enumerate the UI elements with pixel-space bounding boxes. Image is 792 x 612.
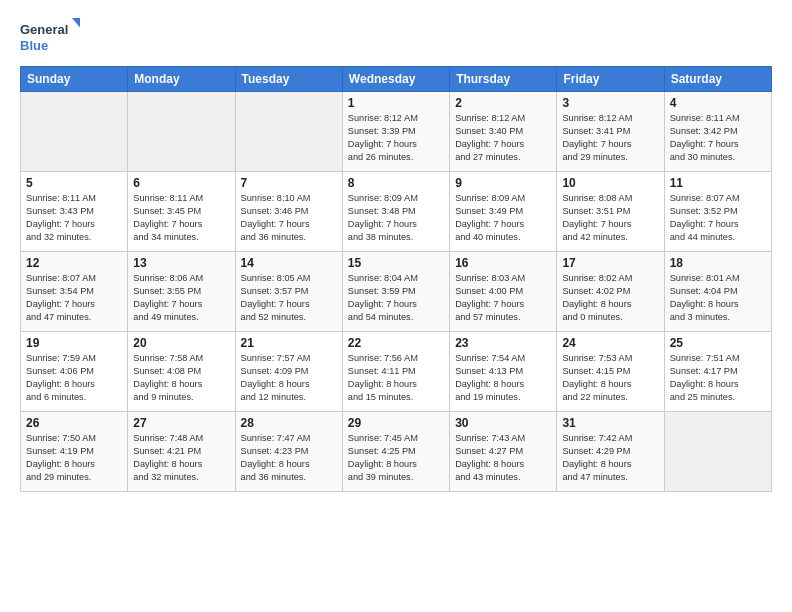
header-row: SundayMondayTuesdayWednesdayThursdayFrid… xyxy=(21,67,772,92)
day-number: 16 xyxy=(455,256,551,270)
day-cell: 18Sunrise: 8:01 AM Sunset: 4:04 PM Dayli… xyxy=(664,252,771,332)
day-number: 7 xyxy=(241,176,337,190)
day-number: 6 xyxy=(133,176,229,190)
svg-marker-2 xyxy=(72,18,80,30)
day-number: 2 xyxy=(455,96,551,110)
logo-svg: General Blue xyxy=(20,16,80,56)
day-cell: 9Sunrise: 8:09 AM Sunset: 3:49 PM Daylig… xyxy=(450,172,557,252)
day-number: 4 xyxy=(670,96,766,110)
day-cell: 11Sunrise: 8:07 AM Sunset: 3:52 PM Dayli… xyxy=(664,172,771,252)
day-info: Sunrise: 7:56 AM Sunset: 4:11 PM Dayligh… xyxy=(348,352,444,404)
day-cell: 22Sunrise: 7:56 AM Sunset: 4:11 PM Dayli… xyxy=(342,332,449,412)
day-cell: 4Sunrise: 8:11 AM Sunset: 3:42 PM Daylig… xyxy=(664,92,771,172)
svg-text:General: General xyxy=(20,22,68,37)
day-cell: 15Sunrise: 8:04 AM Sunset: 3:59 PM Dayli… xyxy=(342,252,449,332)
day-cell: 13Sunrise: 8:06 AM Sunset: 3:55 PM Dayli… xyxy=(128,252,235,332)
day-cell xyxy=(664,412,771,492)
day-info: Sunrise: 8:12 AM Sunset: 3:40 PM Dayligh… xyxy=(455,112,551,164)
day-number: 12 xyxy=(26,256,122,270)
day-number: 26 xyxy=(26,416,122,430)
logo: General Blue xyxy=(20,16,80,56)
day-cell: 6Sunrise: 8:11 AM Sunset: 3:45 PM Daylig… xyxy=(128,172,235,252)
day-number: 30 xyxy=(455,416,551,430)
day-cell: 23Sunrise: 7:54 AM Sunset: 4:13 PM Dayli… xyxy=(450,332,557,412)
day-cell: 29Sunrise: 7:45 AM Sunset: 4:25 PM Dayli… xyxy=(342,412,449,492)
day-info: Sunrise: 8:08 AM Sunset: 3:51 PM Dayligh… xyxy=(562,192,658,244)
day-info: Sunrise: 8:11 AM Sunset: 3:42 PM Dayligh… xyxy=(670,112,766,164)
day-cell: 2Sunrise: 8:12 AM Sunset: 3:40 PM Daylig… xyxy=(450,92,557,172)
day-cell: 21Sunrise: 7:57 AM Sunset: 4:09 PM Dayli… xyxy=(235,332,342,412)
day-cell xyxy=(128,92,235,172)
day-cell: 19Sunrise: 7:59 AM Sunset: 4:06 PM Dayli… xyxy=(21,332,128,412)
day-number: 8 xyxy=(348,176,444,190)
day-number: 3 xyxy=(562,96,658,110)
day-info: Sunrise: 8:04 AM Sunset: 3:59 PM Dayligh… xyxy=(348,272,444,324)
day-cell: 30Sunrise: 7:43 AM Sunset: 4:27 PM Dayli… xyxy=(450,412,557,492)
day-number: 5 xyxy=(26,176,122,190)
col-header-monday: Monday xyxy=(128,67,235,92)
day-number: 9 xyxy=(455,176,551,190)
col-header-sunday: Sunday xyxy=(21,67,128,92)
day-cell xyxy=(235,92,342,172)
day-cell: 17Sunrise: 8:02 AM Sunset: 4:02 PM Dayli… xyxy=(557,252,664,332)
col-header-friday: Friday xyxy=(557,67,664,92)
week-row-5: 26Sunrise: 7:50 AM Sunset: 4:19 PM Dayli… xyxy=(21,412,772,492)
day-info: Sunrise: 8:10 AM Sunset: 3:46 PM Dayligh… xyxy=(241,192,337,244)
day-info: Sunrise: 8:07 AM Sunset: 3:52 PM Dayligh… xyxy=(670,192,766,244)
day-info: Sunrise: 7:59 AM Sunset: 4:06 PM Dayligh… xyxy=(26,352,122,404)
week-row-1: 1Sunrise: 8:12 AM Sunset: 3:39 PM Daylig… xyxy=(21,92,772,172)
day-number: 25 xyxy=(670,336,766,350)
day-number: 17 xyxy=(562,256,658,270)
day-number: 27 xyxy=(133,416,229,430)
day-number: 11 xyxy=(670,176,766,190)
day-info: Sunrise: 8:02 AM Sunset: 4:02 PM Dayligh… xyxy=(562,272,658,324)
day-info: Sunrise: 7:47 AM Sunset: 4:23 PM Dayligh… xyxy=(241,432,337,484)
day-cell: 28Sunrise: 7:47 AM Sunset: 4:23 PM Dayli… xyxy=(235,412,342,492)
day-cell: 12Sunrise: 8:07 AM Sunset: 3:54 PM Dayli… xyxy=(21,252,128,332)
day-info: Sunrise: 7:45 AM Sunset: 4:25 PM Dayligh… xyxy=(348,432,444,484)
week-row-4: 19Sunrise: 7:59 AM Sunset: 4:06 PM Dayli… xyxy=(21,332,772,412)
day-info: Sunrise: 8:09 AM Sunset: 3:49 PM Dayligh… xyxy=(455,192,551,244)
col-header-saturday: Saturday xyxy=(664,67,771,92)
day-number: 13 xyxy=(133,256,229,270)
day-cell: 8Sunrise: 8:09 AM Sunset: 3:48 PM Daylig… xyxy=(342,172,449,252)
day-cell: 26Sunrise: 7:50 AM Sunset: 4:19 PM Dayli… xyxy=(21,412,128,492)
day-info: Sunrise: 7:53 AM Sunset: 4:15 PM Dayligh… xyxy=(562,352,658,404)
day-number: 23 xyxy=(455,336,551,350)
day-cell: 1Sunrise: 8:12 AM Sunset: 3:39 PM Daylig… xyxy=(342,92,449,172)
day-cell: 3Sunrise: 8:12 AM Sunset: 3:41 PM Daylig… xyxy=(557,92,664,172)
day-number: 20 xyxy=(133,336,229,350)
day-info: Sunrise: 8:06 AM Sunset: 3:55 PM Dayligh… xyxy=(133,272,229,324)
day-number: 1 xyxy=(348,96,444,110)
svg-text:Blue: Blue xyxy=(20,38,48,53)
day-info: Sunrise: 7:54 AM Sunset: 4:13 PM Dayligh… xyxy=(455,352,551,404)
day-info: Sunrise: 7:50 AM Sunset: 4:19 PM Dayligh… xyxy=(26,432,122,484)
col-header-thursday: Thursday xyxy=(450,67,557,92)
day-info: Sunrise: 8:03 AM Sunset: 4:00 PM Dayligh… xyxy=(455,272,551,324)
day-number: 29 xyxy=(348,416,444,430)
day-cell: 5Sunrise: 8:11 AM Sunset: 3:43 PM Daylig… xyxy=(21,172,128,252)
week-row-3: 12Sunrise: 8:07 AM Sunset: 3:54 PM Dayli… xyxy=(21,252,772,332)
header: General Blue xyxy=(20,16,772,56)
day-info: Sunrise: 7:48 AM Sunset: 4:21 PM Dayligh… xyxy=(133,432,229,484)
calendar-table: SundayMondayTuesdayWednesdayThursdayFrid… xyxy=(20,66,772,492)
day-cell: 27Sunrise: 7:48 AM Sunset: 4:21 PM Dayli… xyxy=(128,412,235,492)
day-info: Sunrise: 8:11 AM Sunset: 3:43 PM Dayligh… xyxy=(26,192,122,244)
day-cell: 24Sunrise: 7:53 AM Sunset: 4:15 PM Dayli… xyxy=(557,332,664,412)
day-cell: 7Sunrise: 8:10 AM Sunset: 3:46 PM Daylig… xyxy=(235,172,342,252)
day-number: 19 xyxy=(26,336,122,350)
col-header-tuesday: Tuesday xyxy=(235,67,342,92)
day-number: 14 xyxy=(241,256,337,270)
day-info: Sunrise: 7:57 AM Sunset: 4:09 PM Dayligh… xyxy=(241,352,337,404)
day-info: Sunrise: 8:05 AM Sunset: 3:57 PM Dayligh… xyxy=(241,272,337,324)
day-info: Sunrise: 7:51 AM Sunset: 4:17 PM Dayligh… xyxy=(670,352,766,404)
col-header-wednesday: Wednesday xyxy=(342,67,449,92)
day-number: 10 xyxy=(562,176,658,190)
day-info: Sunrise: 8:09 AM Sunset: 3:48 PM Dayligh… xyxy=(348,192,444,244)
day-info: Sunrise: 8:12 AM Sunset: 3:41 PM Dayligh… xyxy=(562,112,658,164)
day-number: 18 xyxy=(670,256,766,270)
page: General Blue SundayMondayTuesdayWednesda… xyxy=(0,0,792,612)
day-info: Sunrise: 7:58 AM Sunset: 4:08 PM Dayligh… xyxy=(133,352,229,404)
day-cell: 20Sunrise: 7:58 AM Sunset: 4:08 PM Dayli… xyxy=(128,332,235,412)
day-info: Sunrise: 8:01 AM Sunset: 4:04 PM Dayligh… xyxy=(670,272,766,324)
